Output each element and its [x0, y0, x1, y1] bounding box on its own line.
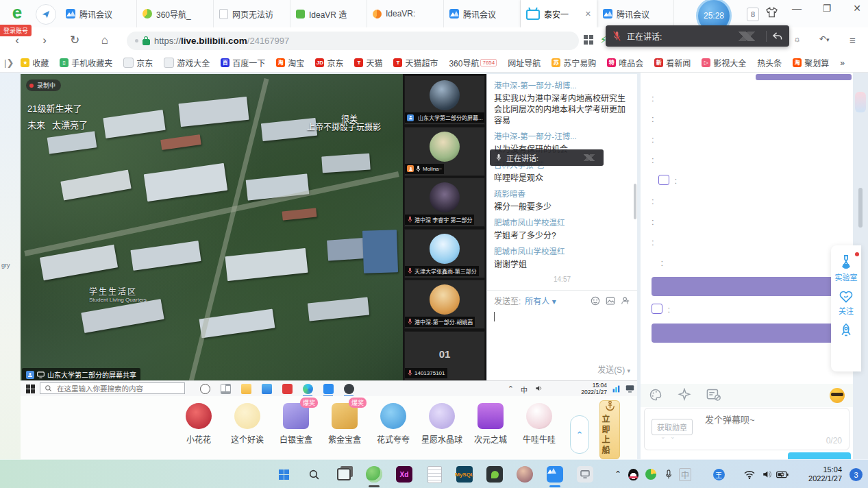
gift-item[interactable]: 爆奖白银宝盒: [273, 402, 319, 445]
tab-close-icon[interactable]: ✕: [585, 10, 591, 19]
notification-count-badge[interactable]: 3: [850, 468, 863, 481]
widget-rocket[interactable]: [839, 323, 854, 341]
file-explorer-icon[interactable]: [241, 384, 251, 394]
send-to-select[interactable]: 所有人 ▾: [525, 295, 556, 306]
mention-person-icon[interactable]: [621, 296, 630, 306]
windows-start-icon[interactable]: [274, 465, 293, 484]
bookmark-item[interactable]: ▯手机收藏夹: [55, 56, 116, 70]
tencent-meeting-icon[interactable]: [545, 465, 565, 484]
bookmark-item[interactable]: 淘淘宝: [272, 56, 308, 70]
page-info-dot-icon[interactable]: [135, 39, 138, 42]
live-chat-list[interactable]: : : : : : : : : : :: [641, 82, 853, 381]
tray-chevron-icon[interactable]: ⌃: [508, 385, 514, 393]
chat-username[interactable]: :: [652, 217, 654, 227]
danmaku-send-button[interactable]: [788, 452, 851, 459]
bookmark-item[interactable]: 360导航7654: [445, 56, 501, 70]
url-field[interactable]: https://live.bilibili.com/24167997: [127, 32, 579, 50]
shared-clock[interactable]: 15:04 2022/1/27: [581, 382, 607, 395]
screen-tool-icon[interactable]: [575, 465, 595, 484]
edge-icon[interactable]: [303, 384, 313, 394]
safe-360-icon[interactable]: [645, 468, 657, 480]
skin-icon[interactable]: [766, 7, 778, 20]
bookmark-item[interactable]: 网址导航: [504, 56, 545, 70]
ime-indicator[interactable]: 中: [521, 385, 528, 395]
tab-item[interactable]: 360导航_: [137, 0, 214, 27]
chat-username[interactable]: :: [658, 258, 663, 268]
tab-item[interactable]: IdeaVR:: [367, 0, 444, 27]
gift-item[interactable]: 星愿水晶球: [419, 402, 465, 445]
tab-item[interactable]: 腾讯会议: [597, 0, 674, 27]
gift-item[interactable]: 次元之城: [467, 402, 514, 445]
ime-faded-icon[interactable]: 中: [679, 468, 691, 480]
shared-search-input[interactable]: [55, 384, 180, 393]
sunglasses-face-icon[interactable]: [830, 388, 845, 403]
task-view-icon[interactable]: [221, 384, 231, 394]
send-message-button[interactable]: 发送(S) ▾: [597, 363, 630, 375]
gift-panel-expand-button[interactable]: ⌃: [570, 415, 589, 454]
mail-icon[interactable]: [262, 384, 272, 394]
chevron-up-icon[interactable]: ⌃: [612, 468, 624, 480]
chat-username[interactable]: :: [665, 304, 670, 315]
gift-item[interactable]: 这个好诶: [224, 402, 271, 445]
emoji-icon[interactable]: [591, 296, 600, 306]
meeting-chat-messages[interactable]: 港中深-第一部分-胡博...其实我以为港中深考内地高校研究生会比同层次的内地本科…: [487, 74, 637, 286]
blue-app-icon[interactable]: [323, 384, 334, 394]
history-undo-icon[interactable]: ↶▾: [819, 34, 830, 44]
bookmark-item[interactable]: 百百度一下: [216, 56, 269, 70]
qq-icon[interactable]: [627, 468, 639, 480]
bookmark-item[interactable]: 苏苏宁易购: [547, 56, 600, 70]
gift-item[interactable]: 牛哇牛哇: [516, 402, 562, 445]
browser-logo-icon[interactable]: e: [7, 3, 27, 23]
battery-icon[interactable]: [776, 468, 789, 480]
notepad-icon[interactable]: [425, 465, 444, 484]
browser-360-icon[interactable]: [364, 465, 384, 484]
dark-app-icon[interactable]: [344, 384, 354, 394]
volume-icon[interactable]: [760, 468, 773, 480]
search-icon[interactable]: [304, 465, 323, 484]
image-icon[interactable]: [606, 296, 615, 306]
adobe-xd-icon[interactable]: Xd: [395, 465, 414, 484]
bookmark-item[interactable]: 京东: [119, 56, 157, 70]
chat-username[interactable]: :: [652, 237, 654, 247]
chat-username[interactable]: :: [652, 155, 654, 165]
get-medal-button[interactable]: 获取勋章: [652, 419, 693, 435]
page-scrollbar[interactable]: [858, 188, 863, 228]
volume-icon[interactable]: [535, 385, 543, 393]
participant-tile[interactable]: Molina~: [404, 127, 485, 176]
bookmark-item[interactable]: 淘聚划算: [789, 56, 833, 70]
menu-icon[interactable]: ≡: [850, 34, 856, 46]
widget-实验室[interactable]: 实验室: [835, 254, 858, 282]
shared-search-box[interactable]: [40, 382, 185, 394]
bookmark-item[interactable]: T天猫: [350, 56, 386, 70]
reload-button[interactable]: ↻: [66, 32, 84, 49]
bookmark-item[interactable]: T天猫超市: [389, 56, 442, 70]
wifi-icon[interactable]: [743, 468, 756, 480]
cortana-icon[interactable]: [200, 384, 210, 394]
minimize-button[interactable]: —: [790, 3, 804, 14]
sidebar-expander-icon[interactable]: |❯: [4, 58, 14, 68]
bookmark-item[interactable]: JD京东: [311, 56, 347, 70]
navigator-icon[interactable]: [36, 4, 56, 25]
widget-关注[interactable]: 关注: [838, 289, 854, 316]
home-button[interactable]: ⌂: [96, 32, 114, 49]
chat-username[interactable]: :: [652, 134, 654, 145]
return-arrow-icon[interactable]: [772, 32, 782, 40]
danmaku-input[interactable]: [704, 414, 816, 426]
block-list-icon[interactable]: [706, 388, 721, 404]
red-app-icon[interactable]: [282, 384, 293, 394]
secure-lock-icon[interactable]: [142, 39, 150, 45]
danmaku-input-box[interactable]: 获取勋章 0/20: [644, 408, 850, 450]
bookmark-item[interactable]: ★收藏: [16, 56, 53, 70]
participant-tile[interactable]: 天津大学张鑫雨-第三部分: [404, 229, 485, 278]
participant-tile[interactable]: 山东大学第二部分的屏幕...: [404, 75, 485, 125]
magic-star-icon[interactable]: [678, 388, 691, 404]
palette-icon[interactable]: [649, 388, 662, 404]
tab-count-box[interactable]: 8: [747, 8, 759, 21]
user-avatar-icon[interactable]: [515, 465, 534, 484]
qr-code-icon[interactable]: [584, 34, 593, 45]
monitor-app-icon[interactable]: [625, 385, 634, 394]
host-clock[interactable]: 15:04 2022/1/27: [808, 465, 842, 483]
tab-item[interactable]: IdeaVR 造: [290, 0, 367, 27]
chat-username[interactable]: :: [652, 196, 654, 206]
bookmark-item[interactable]: ▷影视大全: [697, 56, 750, 70]
